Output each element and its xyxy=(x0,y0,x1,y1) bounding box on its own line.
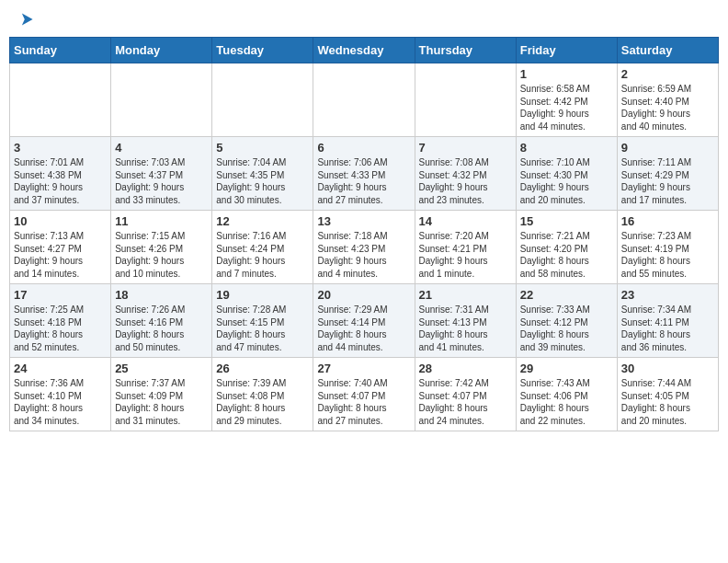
calendar-day-12: 12Sunrise: 7:16 AMSunset: 4:24 PMDayligh… xyxy=(212,211,313,284)
column-header-monday: Monday xyxy=(111,38,212,63)
day-number: 17 xyxy=(14,288,107,302)
day-info: Sunrise: 7:10 AMSunset: 4:30 PMDaylight:… xyxy=(520,156,613,206)
calendar-day-28: 28Sunrise: 7:42 AMSunset: 4:07 PMDayligh… xyxy=(415,358,516,431)
column-header-friday: Friday xyxy=(516,38,617,63)
day-info: Sunrise: 7:06 AMSunset: 4:33 PMDaylight:… xyxy=(317,156,410,206)
day-number: 19 xyxy=(216,288,309,302)
calendar-day-19: 19Sunrise: 7:28 AMSunset: 4:15 PMDayligh… xyxy=(212,284,313,358)
column-header-thursday: Thursday xyxy=(415,38,516,63)
calendar-day-25: 25Sunrise: 7:37 AMSunset: 4:09 PMDayligh… xyxy=(111,358,212,431)
day-info: Sunrise: 7:44 AMSunset: 4:05 PMDaylight:… xyxy=(621,377,714,427)
day-info: Sunrise: 7:33 AMSunset: 4:12 PMDaylight:… xyxy=(520,304,613,353)
calendar-empty-cell xyxy=(111,63,212,137)
day-number: 23 xyxy=(621,288,714,302)
calendar-week-row: 3Sunrise: 7:01 AMSunset: 4:38 PMDaylight… xyxy=(10,137,719,211)
day-info: Sunrise: 7:39 AMSunset: 4:08 PMDaylight:… xyxy=(216,377,309,427)
calendar-day-21: 21Sunrise: 7:31 AMSunset: 4:13 PMDayligh… xyxy=(415,284,516,358)
column-header-wednesday: Wednesday xyxy=(313,38,415,63)
day-info: Sunrise: 7:08 AMSunset: 4:32 PMDaylight:… xyxy=(419,156,512,206)
calendar-day-27: 27Sunrise: 7:40 AMSunset: 4:07 PMDayligh… xyxy=(313,358,415,431)
day-number: 13 xyxy=(317,214,410,228)
day-info: Sunrise: 7:11 AMSunset: 4:29 PMDaylight:… xyxy=(621,156,714,206)
calendar-week-row: 17Sunrise: 7:25 AMSunset: 4:18 PMDayligh… xyxy=(10,284,719,358)
day-number: 2 xyxy=(621,67,714,81)
column-header-tuesday: Tuesday xyxy=(212,38,313,63)
calendar-day-20: 20Sunrise: 7:29 AMSunset: 4:14 PMDayligh… xyxy=(313,284,415,358)
day-info: Sunrise: 7:25 AMSunset: 4:18 PMDaylight:… xyxy=(14,304,107,353)
day-info: Sunrise: 7:13 AMSunset: 4:27 PMDaylight:… xyxy=(14,230,107,280)
day-info: Sunrise: 7:20 AMSunset: 4:21 PMDaylight:… xyxy=(419,230,512,280)
calendar-day-9: 9Sunrise: 7:11 AMSunset: 4:29 PMDaylight… xyxy=(617,137,718,211)
calendar-header-row: SundayMondayTuesdayWednesdayThursdayFrid… xyxy=(10,38,719,63)
logo-arrow-icon xyxy=(17,9,37,29)
calendar-week-row: 1Sunrise: 6:58 AMSunset: 4:42 PMDaylight… xyxy=(10,63,719,137)
page-header xyxy=(9,9,719,29)
day-info: Sunrise: 7:29 AMSunset: 4:14 PMDaylight:… xyxy=(317,304,410,353)
calendar-day-26: 26Sunrise: 7:39 AMSunset: 4:08 PMDayligh… xyxy=(212,358,313,431)
day-number: 15 xyxy=(520,214,613,228)
day-info: Sunrise: 7:21 AMSunset: 4:20 PMDaylight:… xyxy=(520,230,613,280)
column-header-saturday: Saturday xyxy=(617,38,718,63)
calendar-day-17: 17Sunrise: 7:25 AMSunset: 4:18 PMDayligh… xyxy=(10,284,111,358)
day-info: Sunrise: 7:42 AMSunset: 4:07 PMDaylight:… xyxy=(419,377,512,427)
calendar-day-22: 22Sunrise: 7:33 AMSunset: 4:12 PMDayligh… xyxy=(516,284,617,358)
day-number: 3 xyxy=(14,141,107,155)
day-number: 12 xyxy=(216,214,309,228)
calendar-week-row: 10Sunrise: 7:13 AMSunset: 4:27 PMDayligh… xyxy=(10,211,719,284)
day-number: 20 xyxy=(317,288,410,302)
day-number: 11 xyxy=(115,214,208,228)
day-info: Sunrise: 6:58 AMSunset: 4:42 PMDaylight:… xyxy=(520,83,613,132)
day-info: Sunrise: 7:16 AMSunset: 4:24 PMDaylight:… xyxy=(216,230,309,280)
calendar-day-5: 5Sunrise: 7:04 AMSunset: 4:35 PMDaylight… xyxy=(212,137,313,211)
day-info: Sunrise: 7:37 AMSunset: 4:09 PMDaylight:… xyxy=(115,377,208,427)
day-number: 25 xyxy=(115,362,208,375)
day-info: Sunrise: 7:01 AMSunset: 4:38 PMDaylight:… xyxy=(14,156,107,206)
day-number: 1 xyxy=(520,67,613,81)
day-number: 4 xyxy=(115,141,208,155)
day-number: 7 xyxy=(419,141,512,155)
calendar-day-29: 29Sunrise: 7:43 AMSunset: 4:06 PMDayligh… xyxy=(516,358,617,431)
day-number: 30 xyxy=(621,362,714,375)
calendar-day-16: 16Sunrise: 7:23 AMSunset: 4:19 PMDayligh… xyxy=(617,211,718,284)
day-number: 9 xyxy=(621,141,714,155)
calendar-day-14: 14Sunrise: 7:20 AMSunset: 4:21 PMDayligh… xyxy=(415,211,516,284)
day-info: Sunrise: 7:26 AMSunset: 4:16 PMDaylight:… xyxy=(115,304,208,353)
day-info: Sunrise: 7:36 AMSunset: 4:10 PMDaylight:… xyxy=(14,377,107,427)
calendar-day-15: 15Sunrise: 7:21 AMSunset: 4:20 PMDayligh… xyxy=(516,211,617,284)
calendar-day-2: 2Sunrise: 6:59 AMSunset: 4:40 PMDaylight… xyxy=(617,63,718,137)
day-number: 18 xyxy=(115,288,208,302)
day-info: Sunrise: 7:04 AMSunset: 4:35 PMDaylight:… xyxy=(216,156,309,206)
svg-marker-0 xyxy=(22,13,33,25)
calendar-day-24: 24Sunrise: 7:36 AMSunset: 4:10 PMDayligh… xyxy=(10,358,111,431)
logo xyxy=(13,9,37,29)
calendar-day-30: 30Sunrise: 7:44 AMSunset: 4:05 PMDayligh… xyxy=(617,358,718,431)
calendar-day-4: 4Sunrise: 7:03 AMSunset: 4:37 PMDaylight… xyxy=(111,137,212,211)
day-info: Sunrise: 7:23 AMSunset: 4:19 PMDaylight:… xyxy=(621,230,714,280)
day-number: 27 xyxy=(317,362,410,375)
day-info: Sunrise: 7:15 AMSunset: 4:26 PMDaylight:… xyxy=(115,230,208,280)
calendar-empty-cell xyxy=(212,63,313,137)
calendar-day-11: 11Sunrise: 7:15 AMSunset: 4:26 PMDayligh… xyxy=(111,211,212,284)
day-info: Sunrise: 7:43 AMSunset: 4:06 PMDaylight:… xyxy=(520,377,613,427)
day-number: 10 xyxy=(14,214,107,228)
day-number: 21 xyxy=(419,288,512,302)
day-info: Sunrise: 7:40 AMSunset: 4:07 PMDaylight:… xyxy=(317,377,410,427)
day-number: 26 xyxy=(216,362,309,375)
day-info: Sunrise: 7:18 AMSunset: 4:23 PMDaylight:… xyxy=(317,230,410,280)
calendar-empty-cell xyxy=(415,63,516,137)
calendar-day-7: 7Sunrise: 7:08 AMSunset: 4:32 PMDaylight… xyxy=(415,137,516,211)
day-info: Sunrise: 7:28 AMSunset: 4:15 PMDaylight:… xyxy=(216,304,309,353)
day-number: 16 xyxy=(621,214,714,228)
day-info: Sunrise: 7:34 AMSunset: 4:11 PMDaylight:… xyxy=(621,304,714,353)
day-number: 28 xyxy=(419,362,512,375)
day-number: 8 xyxy=(520,141,613,155)
calendar-table: SundayMondayTuesdayWednesdayThursdayFrid… xyxy=(9,37,719,431)
calendar-day-18: 18Sunrise: 7:26 AMSunset: 4:16 PMDayligh… xyxy=(111,284,212,358)
column-header-sunday: Sunday xyxy=(10,38,111,63)
calendar-day-13: 13Sunrise: 7:18 AMSunset: 4:23 PMDayligh… xyxy=(313,211,415,284)
calendar-day-8: 8Sunrise: 7:10 AMSunset: 4:30 PMDaylight… xyxy=(516,137,617,211)
day-info: Sunrise: 6:59 AMSunset: 4:40 PMDaylight:… xyxy=(621,83,714,132)
day-number: 29 xyxy=(520,362,613,375)
day-number: 6 xyxy=(317,141,410,155)
calendar-day-10: 10Sunrise: 7:13 AMSunset: 4:27 PMDayligh… xyxy=(10,211,111,284)
